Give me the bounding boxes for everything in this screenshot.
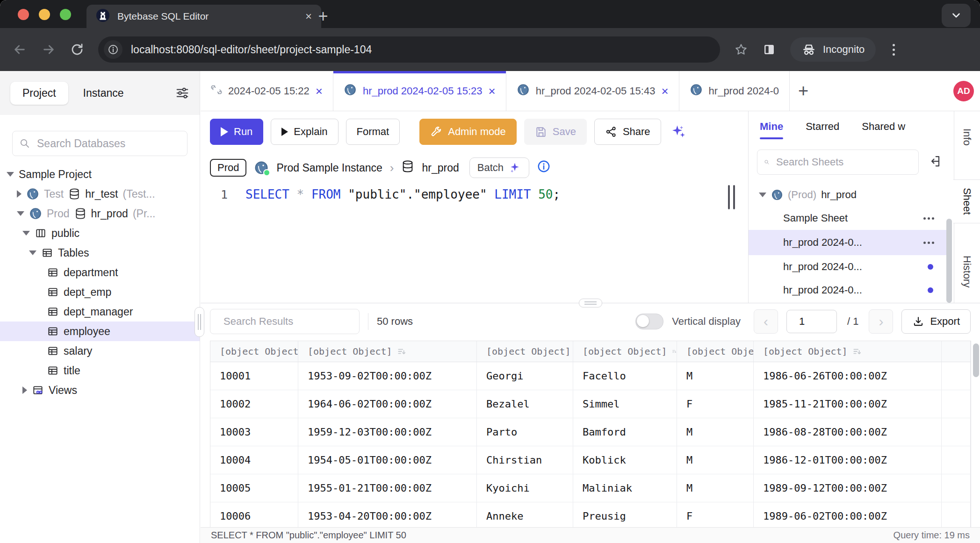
- bookmark-star-icon[interactable]: [734, 43, 748, 57]
- vertical-display-toggle[interactable]: [635, 314, 663, 329]
- sidebar: Project Instance: [0, 71, 200, 543]
- admin-mode-button[interactable]: Admin mode: [419, 119, 517, 145]
- close-window-button[interactable]: [18, 9, 29, 20]
- results-scrollbar[interactable]: [973, 343, 979, 377]
- side-panel-icon[interactable]: [762, 43, 776, 57]
- side-tab-sheet[interactable]: Sheet: [953, 179, 980, 223]
- caret-right-icon[interactable]: [22, 386, 27, 394]
- sort-icon[interactable]: [672, 347, 677, 356]
- tree-item[interactable]: Sample Project: [0, 164, 200, 184]
- sidebar-resize-handle[interactable]: [195, 307, 204, 337]
- sheet-panel-tab[interactable]: Shared w: [862, 121, 905, 139]
- save-button[interactable]: Save: [524, 119, 587, 145]
- forward-icon[interactable]: [41, 42, 56, 57]
- address-bar[interactable]: localhost:8080/sql-editor/sheet/project-…: [98, 36, 720, 63]
- next-page-button[interactable]: ›: [869, 309, 893, 334]
- format-button[interactable]: Format: [346, 119, 400, 145]
- close-worksheet-icon[interactable]: ×: [316, 85, 323, 97]
- column-header[interactable]: [object Object]: [573, 341, 677, 362]
- sheet-list-item[interactable]: hr_prod 2024-0...: [749, 255, 947, 279]
- sidebar-tab[interactable]: Instance: [71, 82, 136, 105]
- sheet-list-scrollbar[interactable]: [946, 219, 952, 303]
- import-sheet-icon[interactable]: [927, 154, 941, 170]
- caret-down-icon[interactable]: [22, 231, 30, 236]
- minimize-window-button[interactable]: [39, 9, 50, 20]
- new-browser-tab-button[interactable]: +: [312, 6, 334, 27]
- back-icon[interactable]: [12, 42, 27, 57]
- tree-item[interactable]: dept_emp: [0, 282, 200, 302]
- worksheet-tab[interactable]: hr_prod 2024-02-05 15:23 ×: [333, 71, 506, 111]
- panel-resize-handle[interactable]: [579, 299, 602, 307]
- maximize-window-button[interactable]: [60, 9, 71, 20]
- caret-down-icon[interactable]: [17, 211, 24, 216]
- sheet-search-input[interactable]: [775, 156, 912, 169]
- filter-sliders-icon[interactable]: [175, 86, 189, 100]
- sort-icon[interactable]: [852, 347, 862, 356]
- page-input[interactable]: [786, 310, 837, 333]
- side-tab-info[interactable]: Info: [954, 116, 980, 158]
- share-button[interactable]: Share: [594, 119, 661, 145]
- sheet-search[interactable]: [757, 150, 919, 175]
- info-icon[interactable]: [537, 159, 551, 176]
- sheet-list-item[interactable]: hr_prod 2024-0...: [749, 230, 947, 255]
- worksheet-tab[interactable]: hr_prod 2024-02-05 15:43 ×: [506, 71, 679, 111]
- tree-item[interactable]: title: [0, 361, 200, 380]
- tree-item[interactable]: employee: [0, 322, 200, 341]
- editor-scrollbar[interactable]: [728, 185, 735, 209]
- add-worksheet-button[interactable]: +: [790, 71, 817, 111]
- tab-overview-button[interactable]: [942, 4, 971, 27]
- run-button[interactable]: Run: [210, 119, 263, 145]
- sheet-list-item[interactable]: (Prod) hr_prod: [749, 183, 947, 207]
- sidebar-tab[interactable]: Project: [10, 82, 68, 105]
- sql-editor[interactable]: 1 SELECT * FROM "public"."employee" LIMI…: [201, 183, 748, 303]
- column-header[interactable]: [object Object]: [298, 341, 477, 362]
- tree-item[interactable]: salary: [0, 341, 200, 361]
- avatar[interactable]: AD: [953, 81, 974, 101]
- tree-item[interactable]: department: [0, 263, 200, 282]
- column-header[interactable]: [object Object]: [477, 341, 573, 362]
- reload-icon[interactable]: [70, 43, 84, 57]
- browser-tab-close-icon[interactable]: ×: [305, 11, 312, 22]
- results-search-input[interactable]: [223, 315, 359, 328]
- worksheet-tab[interactable]: 2024-02-05 15:22 ×: [201, 71, 333, 111]
- column-header[interactable]: [object Object]: [677, 341, 754, 362]
- column-header[interactable]: [object Object]: [754, 341, 942, 362]
- results-search[interactable]: [210, 309, 360, 334]
- close-worksheet-icon[interactable]: ×: [489, 85, 496, 97]
- cell-last-name: Simmel: [573, 390, 677, 418]
- side-tab-history[interactable]: History: [954, 240, 980, 303]
- sheet-menu-icon[interactable]: [923, 217, 934, 220]
- database-search-input[interactable]: [36, 137, 180, 150]
- tree-item[interactable]: Prod hr_prod (Pr...: [0, 204, 200, 223]
- database-search[interactable]: [12, 131, 187, 156]
- caret-right-icon[interactable]: [17, 190, 22, 198]
- ai-sparkle-icon[interactable]: [670, 123, 686, 140]
- tree-item[interactable]: public: [0, 223, 200, 243]
- export-button[interactable]: Export: [901, 309, 971, 334]
- sheet-list-item[interactable]: Sample Sheet: [749, 207, 947, 230]
- browser-tab[interactable]: Bytebase SQL Editor ×: [86, 5, 321, 28]
- worksheet-tab[interactable]: hr_prod 2024-0: [679, 71, 790, 111]
- sheet-panel-tab[interactable]: Mine: [760, 121, 783, 139]
- database-name[interactable]: hr_prod: [422, 162, 459, 174]
- prev-page-button[interactable]: ‹: [754, 309, 778, 334]
- explain-button[interactable]: Explain: [271, 119, 338, 145]
- sheet-menu-icon[interactable]: [923, 242, 934, 244]
- browser-menu-icon[interactable]: [890, 44, 898, 56]
- batch-button[interactable]: Batch: [469, 157, 529, 178]
- environment-chip[interactable]: Prod: [210, 159, 246, 177]
- tree-item[interactable]: Test hr_test (Test...: [0, 184, 200, 204]
- site-info-icon[interactable]: [104, 40, 122, 59]
- instance-name[interactable]: Prod Sample Instance: [276, 162, 382, 174]
- sheet-list-item[interactable]: hr_prod 2024-0...: [749, 279, 947, 302]
- tree-item[interactable]: Views: [0, 380, 200, 400]
- tree-item[interactable]: Tables: [0, 243, 200, 263]
- tree-item[interactable]: dept_manager: [0, 302, 200, 322]
- close-worksheet-icon[interactable]: ×: [661, 85, 668, 97]
- column-header[interactable]: [object Object]: [210, 341, 298, 362]
- caret-down-icon[interactable]: [759, 193, 766, 197]
- caret-down-icon[interactable]: [29, 250, 36, 255]
- caret-down-icon[interactable]: [7, 172, 14, 177]
- sort-icon[interactable]: [397, 347, 406, 356]
- sheet-panel-tab[interactable]: Starred: [806, 121, 839, 139]
